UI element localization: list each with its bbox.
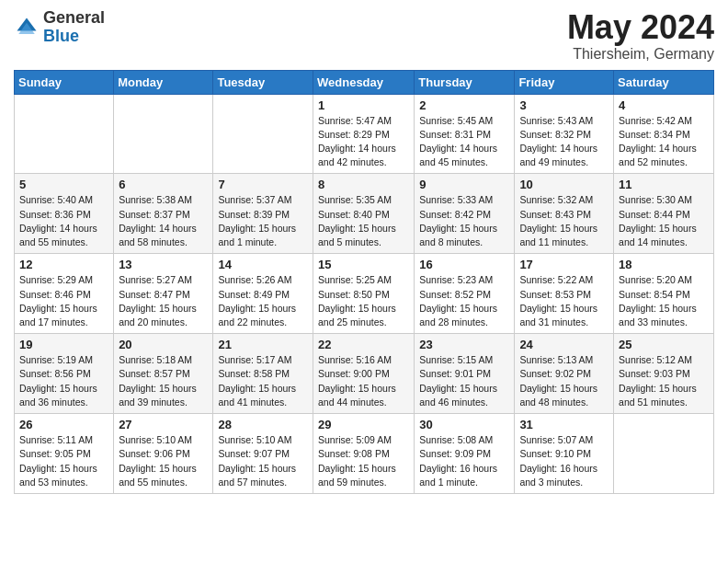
- calendar-cell: 21Sunrise: 5:17 AM Sunset: 8:58 PM Dayli…: [213, 334, 313, 414]
- calendar-cell: 6Sunrise: 5:38 AM Sunset: 8:37 PM Daylig…: [114, 174, 213, 254]
- day-info: Sunrise: 5:17 AM Sunset: 8:58 PM Dayligh…: [218, 353, 309, 409]
- calendar-week-3: 12Sunrise: 5:29 AM Sunset: 8:46 PM Dayli…: [15, 254, 714, 334]
- day-info: Sunrise: 5:18 AM Sunset: 8:57 PM Dayligh…: [119, 353, 209, 409]
- calendar-cell: 26Sunrise: 5:11 AM Sunset: 9:05 PM Dayli…: [15, 414, 114, 494]
- day-info: Sunrise: 5:10 AM Sunset: 9:06 PM Dayligh…: [119, 433, 209, 489]
- day-info: Sunrise: 5:25 AM Sunset: 8:50 PM Dayligh…: [318, 273, 410, 329]
- day-header-sunday: Sunday: [15, 70, 114, 94]
- calendar-week-4: 19Sunrise: 5:19 AM Sunset: 8:56 PM Dayli…: [15, 334, 714, 414]
- calendar-cell: 31Sunrise: 5:07 AM Sunset: 9:10 PM Dayli…: [515, 414, 614, 494]
- calendar-week-5: 26Sunrise: 5:11 AM Sunset: 9:05 PM Dayli…: [15, 414, 714, 494]
- day-info: Sunrise: 5:16 AM Sunset: 9:00 PM Dayligh…: [318, 353, 410, 409]
- day-number: 2: [419, 98, 510, 112]
- day-number: 5: [19, 178, 109, 191]
- day-info: Sunrise: 5:07 AM Sunset: 9:10 PM Dayligh…: [519, 433, 609, 489]
- page-header: General Blue May 2024 Thiersheim, German…: [14, 9, 714, 63]
- day-number: 19: [19, 338, 109, 351]
- calendar-week-2: 5Sunrise: 5:40 AM Sunset: 8:36 PM Daylig…: [15, 174, 714, 254]
- calendar-week-1: 1Sunrise: 5:47 AM Sunset: 8:29 PM Daylig…: [15, 94, 714, 174]
- day-header-saturday: Saturday: [614, 70, 714, 94]
- day-number: 8: [318, 178, 410, 191]
- calendar-cell: 20Sunrise: 5:18 AM Sunset: 8:57 PM Dayli…: [114, 334, 213, 414]
- calendar-title: May 2024: [567, 9, 714, 46]
- calendar-table: SundayMondayTuesdayWednesdayThursdayFrid…: [14, 70, 714, 494]
- calendar-cell: 29Sunrise: 5:09 AM Sunset: 9:08 PM Dayli…: [313, 414, 415, 494]
- logo-general-text: General: [43, 9, 105, 28]
- calendar-cell: 15Sunrise: 5:25 AM Sunset: 8:50 PM Dayli…: [313, 254, 415, 334]
- calendar-header-row: SundayMondayTuesdayWednesdayThursdayFrid…: [15, 70, 714, 94]
- calendar-cell: 14Sunrise: 5:26 AM Sunset: 8:49 PM Dayli…: [213, 254, 313, 334]
- day-number: 11: [619, 178, 710, 191]
- calendar-cell: [614, 414, 714, 494]
- calendar-cell: 13Sunrise: 5:27 AM Sunset: 8:47 PM Dayli…: [114, 254, 213, 334]
- calendar-cell: 23Sunrise: 5:15 AM Sunset: 9:01 PM Dayli…: [415, 334, 515, 414]
- day-number: 25: [619, 338, 710, 351]
- day-info: Sunrise: 5:11 AM Sunset: 9:05 PM Dayligh…: [19, 433, 109, 489]
- day-number: 3: [519, 98, 609, 112]
- calendar-cell: 9Sunrise: 5:33 AM Sunset: 8:42 PM Daylig…: [415, 174, 515, 254]
- calendar-cell: 8Sunrise: 5:35 AM Sunset: 8:40 PM Daylig…: [313, 174, 415, 254]
- day-number: 4: [619, 98, 710, 112]
- calendar-cell: 18Sunrise: 5:20 AM Sunset: 8:54 PM Dayli…: [614, 254, 714, 334]
- calendar-cell: [15, 94, 114, 174]
- day-info: Sunrise: 5:30 AM Sunset: 8:44 PM Dayligh…: [619, 193, 710, 249]
- calendar-cell: 10Sunrise: 5:32 AM Sunset: 8:43 PM Dayli…: [515, 174, 614, 254]
- day-info: Sunrise: 5:10 AM Sunset: 9:07 PM Dayligh…: [218, 433, 309, 489]
- day-info: Sunrise: 5:47 AM Sunset: 8:29 PM Dayligh…: [318, 114, 410, 170]
- day-number: 15: [318, 258, 410, 271]
- calendar-cell: 1Sunrise: 5:47 AM Sunset: 8:29 PM Daylig…: [313, 94, 415, 174]
- calendar-cell: [114, 94, 213, 174]
- logo-text: General Blue: [43, 9, 105, 46]
- day-number: 21: [218, 338, 309, 351]
- calendar-cell: [213, 94, 313, 174]
- day-info: Sunrise: 5:33 AM Sunset: 8:42 PM Dayligh…: [419, 193, 510, 249]
- day-info: Sunrise: 5:37 AM Sunset: 8:39 PM Dayligh…: [218, 193, 309, 249]
- day-number: 10: [519, 178, 609, 191]
- day-number: 30: [419, 418, 510, 431]
- day-number: 22: [318, 338, 410, 351]
- day-number: 26: [19, 418, 109, 431]
- day-number: 12: [19, 258, 109, 271]
- calendar-cell: 2Sunrise: 5:45 AM Sunset: 8:31 PM Daylig…: [415, 94, 515, 174]
- day-info: Sunrise: 5:09 AM Sunset: 9:08 PM Dayligh…: [318, 433, 410, 489]
- calendar-cell: 28Sunrise: 5:10 AM Sunset: 9:07 PM Dayli…: [213, 414, 313, 494]
- day-info: Sunrise: 5:35 AM Sunset: 8:40 PM Dayligh…: [318, 193, 410, 249]
- day-info: Sunrise: 5:42 AM Sunset: 8:34 PM Dayligh…: [619, 114, 710, 170]
- calendar-cell: 11Sunrise: 5:30 AM Sunset: 8:44 PM Dayli…: [614, 174, 714, 254]
- calendar-location: Thiersheim, Germany: [567, 46, 714, 63]
- day-info: Sunrise: 5:08 AM Sunset: 9:09 PM Dayligh…: [419, 433, 510, 489]
- day-info: Sunrise: 5:20 AM Sunset: 8:54 PM Dayligh…: [619, 273, 710, 329]
- day-number: 14: [218, 258, 309, 271]
- day-number: 18: [619, 258, 710, 271]
- day-number: 1: [318, 98, 410, 112]
- day-number: 23: [419, 338, 510, 351]
- calendar-cell: 27Sunrise: 5:10 AM Sunset: 9:06 PM Dayli…: [114, 414, 213, 494]
- calendar-cell: 24Sunrise: 5:13 AM Sunset: 9:02 PM Dayli…: [515, 334, 614, 414]
- day-number: 31: [519, 418, 609, 431]
- calendar-cell: 4Sunrise: 5:42 AM Sunset: 8:34 PM Daylig…: [614, 94, 714, 174]
- day-info: Sunrise: 5:26 AM Sunset: 8:49 PM Dayligh…: [218, 273, 309, 329]
- day-number: 29: [318, 418, 410, 431]
- day-info: Sunrise: 5:45 AM Sunset: 8:31 PM Dayligh…: [419, 114, 510, 170]
- day-number: 13: [119, 258, 209, 271]
- logo: General Blue: [14, 9, 105, 46]
- day-info: Sunrise: 5:12 AM Sunset: 9:03 PM Dayligh…: [619, 353, 710, 409]
- day-info: Sunrise: 5:43 AM Sunset: 8:32 PM Dayligh…: [519, 114, 609, 170]
- day-info: Sunrise: 5:15 AM Sunset: 9:01 PM Dayligh…: [419, 353, 510, 409]
- day-header-thursday: Thursday: [415, 70, 515, 94]
- day-number: 17: [519, 258, 609, 271]
- logo-icon: [14, 15, 40, 40]
- calendar-cell: 25Sunrise: 5:12 AM Sunset: 9:03 PM Dayli…: [614, 334, 714, 414]
- day-header-tuesday: Tuesday: [213, 70, 313, 94]
- title-block: May 2024 Thiersheim, Germany: [567, 9, 714, 63]
- day-info: Sunrise: 5:38 AM Sunset: 8:37 PM Dayligh…: [119, 193, 209, 249]
- calendar-cell: 19Sunrise: 5:19 AM Sunset: 8:56 PM Dayli…: [15, 334, 114, 414]
- calendar-cell: 7Sunrise: 5:37 AM Sunset: 8:39 PM Daylig…: [213, 174, 313, 254]
- day-number: 6: [119, 178, 209, 191]
- calendar-cell: 22Sunrise: 5:16 AM Sunset: 9:00 PM Dayli…: [313, 334, 415, 414]
- day-number: 28: [218, 418, 309, 431]
- calendar-cell: 16Sunrise: 5:23 AM Sunset: 8:52 PM Dayli…: [415, 254, 515, 334]
- day-header-monday: Monday: [114, 70, 213, 94]
- day-info: Sunrise: 5:32 AM Sunset: 8:43 PM Dayligh…: [519, 193, 609, 249]
- day-header-wednesday: Wednesday: [313, 70, 415, 94]
